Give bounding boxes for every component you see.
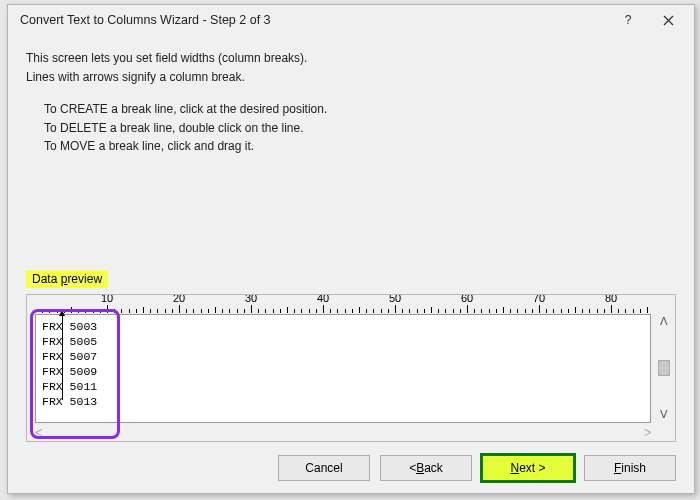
scroll-up-icon[interactable]: ᐱ (660, 315, 668, 328)
back-button[interactable]: < Back (380, 455, 472, 481)
intro-line-2: Lines with arrows signify a column break… (26, 68, 676, 87)
help-icon: ? (625, 13, 632, 27)
scroll-left-icon[interactable]: ᐸ (35, 427, 42, 438)
data-preview-grid[interactable]: FRX 5003 FRX 5005 FRX 5007 FRX 5009 FRX … (35, 314, 651, 423)
next-button[interactable]: Next > (482, 455, 574, 481)
intro-line-1: This screen lets you set field widths (c… (26, 49, 676, 68)
instructions: To CREATE a break line, click at the des… (26, 100, 676, 156)
close-button[interactable] (648, 6, 688, 34)
cancel-label: Cancel (305, 461, 342, 475)
ruler[interactable]: 1020304050607080 (35, 295, 651, 313)
dialog-content: This screen lets you set field widths (c… (8, 35, 694, 160)
wizard-dialog: Convert Text to Columns Wizard - Step 2 … (7, 4, 695, 494)
help-button[interactable]: ? (608, 6, 648, 34)
intro-text: This screen lets you set field widths (c… (26, 49, 676, 86)
finish-button[interactable]: Finish (584, 455, 676, 481)
vertical-scrollbar[interactable]: ᐱ ᐯ (655, 315, 673, 421)
instr-create: To CREATE a break line, click at the des… (44, 100, 676, 119)
scroll-down-icon[interactable]: ᐯ (660, 408, 668, 421)
preview-box: 1020304050607080 FRX 5003 FRX 5005 FRX 5… (26, 294, 676, 442)
cancel-button[interactable]: Cancel (278, 455, 370, 481)
data-preview-section: Data preview 1020304050607080 FRX 5003 F… (26, 270, 676, 442)
data-preview-label: Data preview (26, 270, 108, 288)
button-row: Cancel < Back Next > Finish (26, 455, 676, 481)
scroll-right-icon[interactable]: ᐳ (644, 427, 651, 438)
dialog-title: Convert Text to Columns Wizard - Step 2 … (20, 13, 608, 27)
horizontal-scrollbar[interactable]: ᐸ ᐳ (35, 425, 651, 439)
scroll-thumb[interactable] (658, 360, 670, 376)
close-icon (663, 15, 674, 26)
instr-move: To MOVE a break line, click and drag it. (44, 137, 676, 156)
instr-delete: To DELETE a break line, double click on … (44, 119, 676, 138)
titlebar: Convert Text to Columns Wizard - Step 2 … (8, 5, 694, 35)
